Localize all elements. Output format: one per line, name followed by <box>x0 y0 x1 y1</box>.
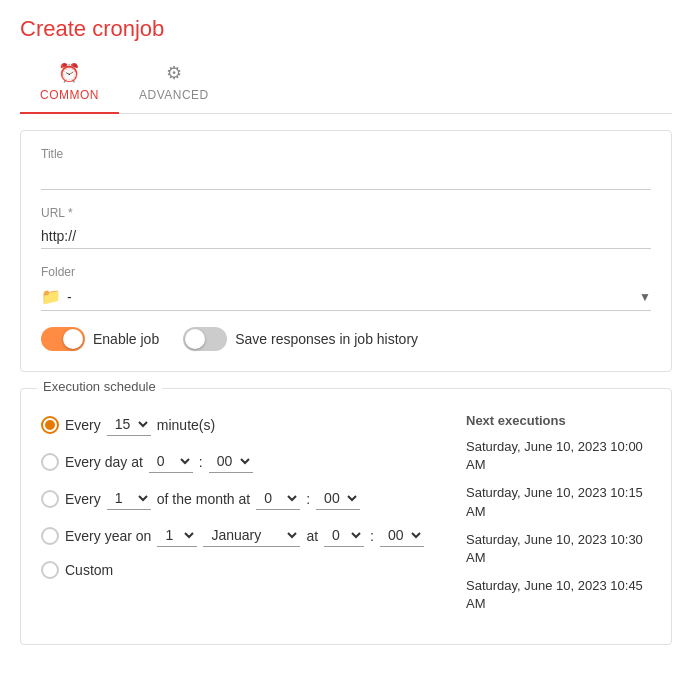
every-year-radio[interactable] <box>41 527 59 545</box>
schedule-options: Every 15 1 2 5 10 20 30 60 minute(s) <box>41 413 450 624</box>
month-minute-select[interactable]: 00051015 20253035 40455055 <box>316 487 360 510</box>
year-hour-select[interactable]: 0123 <box>324 524 364 547</box>
every-month-radio[interactable] <box>41 490 59 508</box>
page-container: Create cronjob ⏰ COMMON ⚙ ADVANCED Title… <box>0 0 692 693</box>
folder-label: Folder <box>41 265 651 279</box>
enable-job-label: Enable job <box>93 331 159 347</box>
minutes-interval-select[interactable]: 15 1 2 5 10 20 30 60 <box>107 413 151 436</box>
url-label: URL * <box>41 206 651 220</box>
every-minutes-radio[interactable] <box>41 416 59 434</box>
every-day-text: Every day at <box>65 454 143 470</box>
every-month-text-1: Every <box>65 491 101 507</box>
month-day-select[interactable]: 12345 678910 1112131415 1617181920 21222… <box>107 487 151 510</box>
every-month-text-2: of the month at <box>157 491 250 507</box>
folder-select[interactable]: - <box>67 289 639 305</box>
enable-job-toggle[interactable] <box>41 327 85 351</box>
execution-time-1: Saturday, June 10, 2023 10:00 AM <box>466 438 651 474</box>
every-minutes-text-1: Every <box>65 417 101 433</box>
enable-job-thumb <box>63 329 83 349</box>
form-card: Title URL * Folder 📁 - ▼ <box>20 130 672 372</box>
page-title: Create cronjob <box>20 16 672 42</box>
every-minutes-text-2: minute(s) <box>157 417 215 433</box>
tab-common[interactable]: ⏰ COMMON <box>20 54 119 114</box>
clock-icon: ⏰ <box>58 62 81 84</box>
sliders-icon: ⚙ <box>166 62 183 84</box>
enable-job-toggle-group: Enable job <box>41 327 159 351</box>
folder-chevron-icon: ▼ <box>639 290 651 304</box>
every-day-row: Every day at 01234 56789 1011121314 1516… <box>41 450 450 473</box>
year-minute-select[interactable]: 00051015 <box>380 524 424 547</box>
execution-time-3: Saturday, June 10, 2023 10:30 AM <box>466 531 651 567</box>
url-input[interactable] <box>41 224 651 249</box>
every-minutes-row: Every 15 1 2 5 10 20 30 60 minute(s) <box>41 413 450 436</box>
schedule-content: Every 15 1 2 5 10 20 30 60 minute(s) <box>41 413 651 624</box>
title-label: Title <box>41 147 651 161</box>
title-field-group: Title <box>41 147 651 190</box>
enable-job-track <box>41 327 85 351</box>
custom-radio[interactable] <box>41 561 59 579</box>
day-hour-select[interactable]: 01234 56789 1011121314 1516171819 202122… <box>149 450 193 473</box>
save-responses-thumb <box>185 329 205 349</box>
schedule-legend: Execution schedule <box>37 379 162 394</box>
toggles-row: Enable job Save responses in job history <box>41 327 651 351</box>
every-year-row: Every year on 12345 JanuaryFebruaryMarch… <box>41 524 450 547</box>
tab-bar: ⏰ COMMON ⚙ ADVANCED <box>20 54 672 114</box>
save-responses-toggle-group: Save responses in job history <box>183 327 418 351</box>
tab-advanced[interactable]: ⚙ ADVANCED <box>119 54 229 114</box>
next-executions-panel: Next executions Saturday, June 10, 2023 … <box>466 413 651 624</box>
every-year-text-1: Every year on <box>65 528 151 544</box>
next-executions-title: Next executions <box>466 413 651 428</box>
every-month-row: Every 12345 678910 1112131415 1617181920… <box>41 487 450 510</box>
schedule-card: Execution schedule Every 15 1 2 5 10 20 <box>20 388 672 645</box>
execution-time-4: Saturday, June 10, 2023 10:45 AM <box>466 577 651 613</box>
save-responses-track <box>183 327 227 351</box>
year-month-select[interactable]: JanuaryFebruaryMarchApril MayJuneJulyAug… <box>203 524 300 547</box>
tab-common-label: COMMON <box>40 88 99 102</box>
tab-advanced-label: ADVANCED <box>139 88 209 102</box>
title-input[interactable] <box>41 165 651 190</box>
url-field-group: URL * <box>41 206 651 249</box>
folder-row: 📁 - ▼ <box>41 283 651 311</box>
custom-row: Custom <box>41 561 450 579</box>
save-responses-label: Save responses in job history <box>235 331 418 347</box>
every-year-text-2: at <box>306 528 318 544</box>
save-responses-toggle[interactable] <box>183 327 227 351</box>
folder-field-group: Folder 📁 - ▼ <box>41 265 651 311</box>
day-minute-select[interactable]: 00051015 20253035 40455055 <box>209 450 253 473</box>
every-day-radio[interactable] <box>41 453 59 471</box>
execution-time-2: Saturday, June 10, 2023 10:15 AM <box>466 484 651 520</box>
year-day-select[interactable]: 12345 <box>157 524 197 547</box>
day-colon: : <box>199 454 203 470</box>
custom-text: Custom <box>65 562 113 578</box>
month-colon: : <box>306 491 310 507</box>
month-hour-select[interactable]: 01234 56789 1011121314 1516171819 202122… <box>256 487 300 510</box>
year-colon: : <box>370 528 374 544</box>
folder-icon: 📁 <box>41 287 61 306</box>
